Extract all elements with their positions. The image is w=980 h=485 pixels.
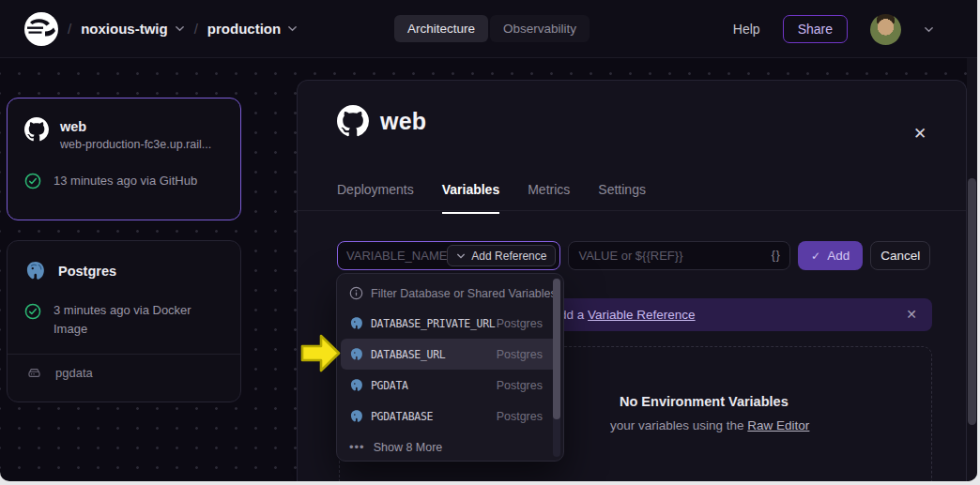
dropdown-scrollbar[interactable]	[553, 279, 560, 457]
reference-dropdown: Filter Database or Shared Variables DATA…	[336, 273, 564, 462]
postgres-icon	[24, 260, 47, 282]
variable-name: DATABASE_PRIVATE_URL	[371, 317, 497, 330]
variable-source: Postgres	[497, 379, 543, 392]
chevron-down-icon	[287, 23, 298, 34]
check-icon: ✓	[811, 250, 820, 263]
new-variable-form: Add Reference {} ✓ Add Cancel	[337, 241, 930, 270]
dropdown-item-database-private-url[interactable]: DATABASE_PRIVATE_URL Postgres	[337, 308, 563, 339]
empty-state-title: No Environment Variables	[620, 394, 789, 409]
chevron-down-icon	[175, 23, 185, 34]
variable-source: Postgres	[497, 348, 543, 361]
deploy-status: 3 minutes ago via Docker Image	[54, 301, 192, 339]
filter-hint-label: Filter Database or Shared Variables	[371, 287, 557, 300]
close-icon[interactable]: ✕	[911, 126, 928, 143]
banner-close-icon[interactable]: ✕	[906, 307, 917, 322]
variable-name: DATABASE_URL	[371, 348, 497, 361]
braces-icon[interactable]: {}	[772, 249, 781, 262]
info-icon	[349, 286, 363, 300]
postgres-icon	[349, 409, 364, 424]
variable-name: PGDATABASE	[371, 410, 497, 423]
empty-state-text: your variables using the	[610, 418, 747, 432]
navbar-right: Help Share	[733, 0, 934, 58]
postgres-icon	[349, 347, 364, 362]
breadcrumb-environment[interactable]: production	[207, 21, 298, 37]
breadcrumb-separator: /	[68, 21, 71, 37]
view-switcher: Architecture Observability	[394, 15, 590, 42]
deploy-status: 13 minutes ago via GitHub	[54, 172, 197, 190]
volume-name: pgdata	[55, 366, 93, 380]
breadcrumb-project[interactable]: noxious-twig	[81, 21, 185, 37]
dropdown-show-more[interactable]: ••• Show 8 More	[337, 432, 563, 462]
variable-source: Postgres	[497, 410, 543, 423]
page-scrollbar-thumb[interactable]	[968, 178, 976, 425]
top-navbar: / noxious-twig / production Architecture…	[0, 0, 977, 58]
service-card-postgres[interactable]: Postgres 3 minutes ago via Docker Image …	[7, 240, 241, 402]
tab-metrics[interactable]: Metrics	[528, 182, 570, 214]
tab-variables[interactable]: Variables	[442, 182, 500, 214]
breadcrumb-separator: /	[194, 21, 198, 37]
variable-source: Postgres	[497, 317, 543, 330]
dropdown-scrollbar-thumb[interactable]	[553, 279, 560, 419]
show-more-label: Show 8 More	[374, 441, 443, 454]
dropdown-item-pgdatabase[interactable]: PGDATABASE Postgres	[337, 401, 563, 432]
tab-observability[interactable]: Observability	[490, 15, 590, 42]
tab-architecture[interactable]: Architecture	[394, 15, 488, 42]
variable-value-input[interactable]	[568, 241, 789, 270]
share-button[interactable]: Share	[783, 15, 848, 43]
service-name: web	[60, 117, 211, 136]
dropdown-filter-hint: Filter Database or Shared Variables	[337, 279, 563, 308]
volume-icon	[26, 365, 42, 381]
check-circle-icon	[24, 173, 41, 189]
page-scrollbar[interactable]	[967, 58, 977, 481]
railway-logo-icon[interactable]	[24, 12, 58, 46]
chevron-down-icon	[456, 251, 466, 261]
user-avatar[interactable]	[870, 14, 901, 45]
variable-name: PGDATA	[371, 379, 497, 392]
postgres-icon	[349, 316, 364, 331]
postgres-icon	[349, 378, 364, 393]
service-card-web[interactable]: web web-production-fc3e.up.rail... 13 mi…	[7, 98, 241, 220]
annotation-arrow-icon	[299, 332, 342, 375]
add-reference-button[interactable]: Add Reference	[447, 245, 556, 266]
dropdown-item-database-url[interactable]: DATABASE_URL Postgres	[341, 339, 559, 370]
check-circle-icon	[24, 303, 41, 320]
environment-name: production	[207, 21, 281, 37]
project-name: noxious-twig	[81, 21, 168, 37]
app-window: / noxious-twig / production Architecture…	[0, 0, 977, 481]
tab-settings[interactable]: Settings	[598, 182, 646, 214]
add-reference-label: Add Reference	[471, 250, 546, 263]
variable-reference-link[interactable]: Variable Reference	[588, 308, 696, 322]
cancel-button[interactable]: Cancel	[870, 241, 930, 270]
service-domain: web-production-fc3e.up.rail...	[60, 138, 211, 151]
panel-tabs: Deployments Variables Metrics Settings	[337, 182, 646, 214]
add-label: Add	[827, 249, 850, 263]
panel-title: web	[380, 108, 426, 135]
account-chevron-down-icon[interactable]	[924, 24, 934, 35]
dropdown-item-pgdata[interactable]: PGDATA Postgres	[337, 370, 563, 401]
add-variable-button[interactable]: ✓ Add	[798, 241, 864, 270]
raw-editor-link[interactable]: Raw Editor	[747, 418, 809, 432]
ellipsis-icon: •••	[349, 440, 365, 454]
github-icon	[337, 105, 369, 137]
github-icon	[24, 117, 49, 142]
tabs-divider	[298, 210, 966, 211]
screenshot-stage: / noxious-twig / production Architecture…	[0, 0, 980, 485]
volume-row[interactable]: pgdata	[8, 355, 240, 381]
service-name: Postgres	[58, 262, 116, 280]
help-link[interactable]: Help	[733, 22, 760, 37]
tab-deployments[interactable]: Deployments	[337, 182, 414, 214]
